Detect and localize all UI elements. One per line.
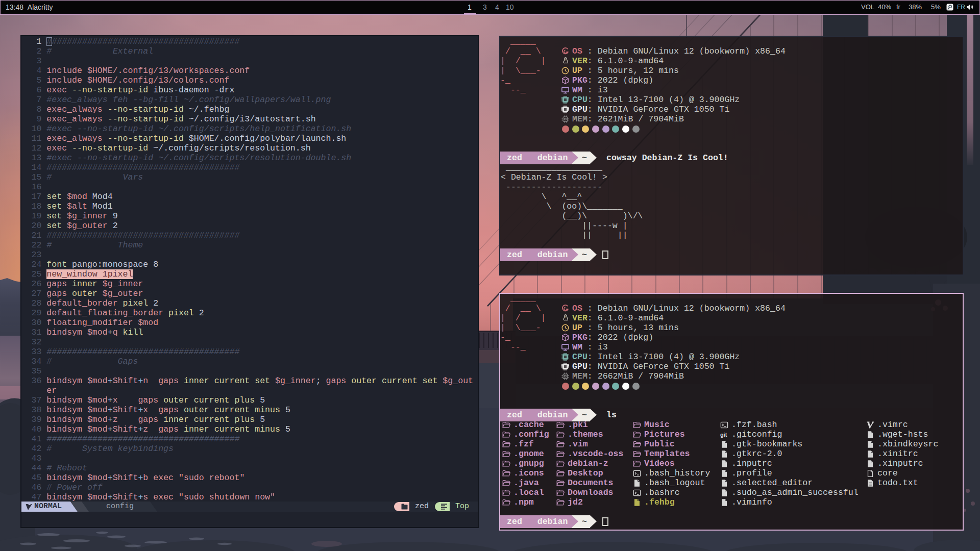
svg-text:git: git bbox=[720, 431, 727, 437]
